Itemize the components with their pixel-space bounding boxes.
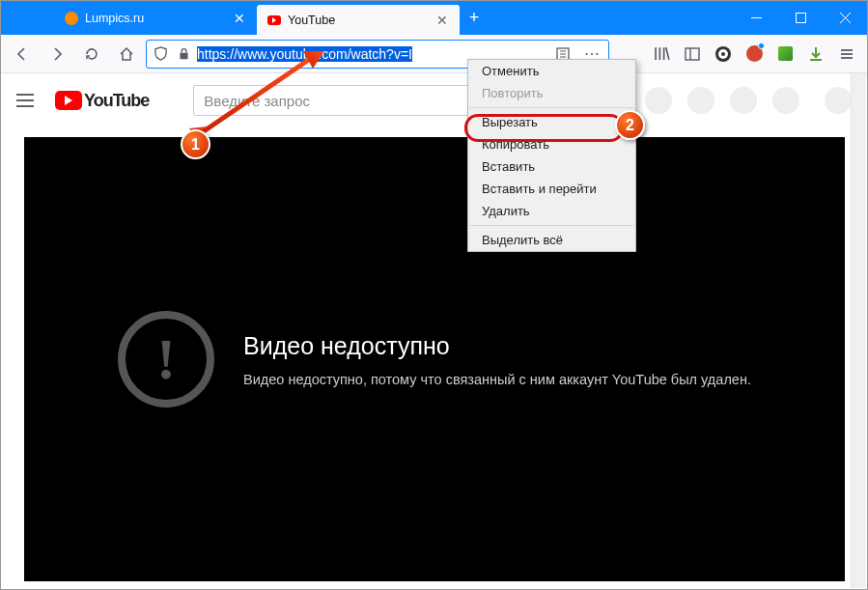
skeleton-circle <box>687 87 714 114</box>
forward-button[interactable] <box>42 39 72 70</box>
favicon-lumpics <box>64 11 79 26</box>
tab-close-button[interactable]: ✕ <box>434 13 450 28</box>
guide-menu-button[interactable] <box>16 89 40 112</box>
tab-lumpics[interactable]: Lumpics.ru ✕ <box>54 1 257 35</box>
ctx-paste-go[interactable]: Вставить и перейти <box>468 178 635 200</box>
browser-toolbar: https://www.youtube.com/watch?v=I ⋯ <box>1 35 867 73</box>
maximize-button[interactable] <box>778 1 823 35</box>
annotation-marker-2: 2 <box>615 110 645 140</box>
separator <box>469 225 634 226</box>
youtube-header: YouTube Введите запрос <box>1 73 867 127</box>
skeleton-circle <box>772 87 799 114</box>
annotation-ring-copy <box>464 114 624 142</box>
youtube-wordmark: YouTube <box>84 91 149 111</box>
ext-icon-4[interactable] <box>801 40 830 69</box>
app-menu-button[interactable] <box>832 40 861 69</box>
tab-title: Lumpics.ru <box>85 12 144 25</box>
favicon-youtube <box>266 13 282 28</box>
tab-title: YouTube <box>288 14 335 27</box>
youtube-logo[interactable]: YouTube <box>55 91 149 111</box>
window-titlebar: Lumpics.ru ✕ YouTube ✕ + <box>1 1 867 35</box>
toolbar-extensions <box>647 40 861 69</box>
svg-rect-1 <box>796 14 805 23</box>
close-window-button[interactable] <box>823 1 867 35</box>
video-player-error: ! Видео недоступно Видео недоступно, пот… <box>24 137 845 581</box>
svg-line-15 <box>201 57 313 133</box>
svg-rect-4 <box>180 53 187 60</box>
ext-icon-1[interactable] <box>709 40 738 69</box>
annotation-arrow <box>189 51 324 143</box>
sidebar-icon[interactable] <box>678 40 707 69</box>
tab-close-button[interactable]: ✕ <box>232 11 247 26</box>
home-button[interactable] <box>111 39 142 70</box>
annotation-marker-1: 1 <box>181 129 210 159</box>
skeleton-circle <box>825 87 852 114</box>
back-button[interactable] <box>7 39 38 70</box>
ctx-undo[interactable]: Отменить <box>468 60 635 82</box>
ctx-paste[interactable]: Вставить <box>468 155 635 178</box>
exclamation-icon: ! <box>118 311 214 407</box>
page-content: ! Видео недоступно Видео недоступно, пот… <box>1 127 867 590</box>
skeleton-circle <box>730 87 757 114</box>
ext-icon-3[interactable] <box>770 40 799 69</box>
youtube-play-icon <box>55 91 82 110</box>
ctx-delete[interactable]: Удалить <box>468 200 635 222</box>
reload-button[interactable] <box>76 39 107 70</box>
vertical-scrollbar[interactable] <box>851 73 866 588</box>
error-message: Видео недоступно, потому что связанный с… <box>243 372 751 387</box>
error-title: Видео недоступно <box>243 332 751 360</box>
context-menu: Отменить Повторить Вырезать Копировать В… <box>467 59 636 252</box>
tracking-shield-icon[interactable] <box>151 46 170 61</box>
new-tab-button[interactable]: + <box>460 1 489 35</box>
separator <box>469 107 634 108</box>
ctx-select-all[interactable]: Выделить всё <box>468 229 635 251</box>
header-skeleton <box>645 87 852 114</box>
minimize-button[interactable] <box>734 1 778 35</box>
tab-youtube[interactable]: YouTube ✕ <box>257 5 460 35</box>
svg-rect-9 <box>686 48 699 60</box>
library-icon[interactable] <box>647 40 676 69</box>
skeleton-circle <box>645 87 672 114</box>
ext-icon-2[interactable] <box>740 40 769 69</box>
ctx-redo: Повторить <box>468 82 635 104</box>
window-controls <box>734 1 867 35</box>
